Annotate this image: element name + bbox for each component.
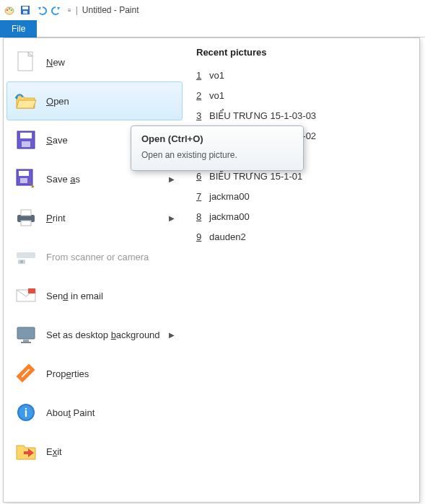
recent-item-label: BIỂU TRƯNG 15-1-01 [209,171,302,182]
qat-dropdown-icon[interactable]: ≡ [68,7,71,14]
file-tab[interactable]: File [0,20,37,37]
menu-label: Exit [46,446,175,457]
menu-from-scanner: From scanner or camera [6,237,183,276]
svg-rect-15 [21,210,31,216]
file-menu: New Open Save Save as ▶ Print [3,37,420,503]
recent-item-label: vo1 [209,90,224,101]
title-bar: ≡ | Untitled - Paint [0,0,425,20]
recent-item-label: BIỂU TRƯNG 15-1-03-03 [209,110,316,121]
svg-rect-5 [22,6,28,9]
app-icon [3,4,16,17]
recent-header: Recent pictures [192,44,413,65]
recent-pictures-panel: Recent pictures 1vo12vo13BIỂU TRƯNG 15-1… [185,38,419,502]
window-title: Untitled - Paint [82,5,139,15]
svg-point-19 [20,260,23,263]
recent-item[interactable]: 9dauden2 [192,226,413,247]
exit-icon [14,440,38,463]
menu-exit[interactable]: Exit [6,432,183,471]
chevron-right-icon: ▶ [169,331,175,339]
properties-icon [14,362,38,385]
recent-item[interactable]: 2vo1 [192,85,413,105]
menu-label: Print [46,213,165,224]
svg-rect-10 [22,141,30,147]
title-separator: | [76,5,78,15]
email-icon [14,284,38,307]
recent-item-number: 9 [196,231,209,242]
quick-access-toolbar: ≡ [3,4,71,17]
svg-rect-22 [17,327,35,339]
recent-item-label: dauden2 [209,231,246,242]
redo-icon[interactable] [51,4,63,17]
svg-rect-21 [28,288,35,293]
file-menu-left: New Open Save Save as ▶ Print [4,38,185,502]
recent-item-number: 1 [196,70,209,81]
svg-rect-17 [17,252,35,258]
menu-print[interactable]: Print ▶ [6,198,183,237]
scanner-icon [14,245,38,268]
menu-label: Set as desktop background [46,330,165,340]
recent-item[interactable]: 3BIỂU TRƯNG 15-1-03-03 [192,105,413,125]
recent-item[interactable]: 8jackma00 [192,206,413,226]
tooltip-open: Open (Ctrl+O) Open an existing picture. [131,125,304,171]
svg-rect-9 [20,133,32,138]
svg-point-1 [6,9,8,11]
svg-rect-6 [23,11,27,14]
menu-label: Send in email [46,291,175,301]
open-icon [14,89,38,112]
menu-label: Save as [46,174,165,185]
recent-item-number: 7 [196,191,209,202]
menu-open[interactable]: Open [6,81,183,120]
menu-desktop-background[interactable]: Set as desktop background ▶ [6,315,183,354]
print-icon [14,206,38,229]
svg-point-3 [11,9,12,11]
svg-rect-23 [23,340,29,342]
recent-item-number: 8 [196,211,209,222]
undo-icon[interactable] [35,4,48,17]
svg-point-2 [9,8,10,9]
svg-rect-12 [19,171,29,176]
menu-properties[interactable]: Properties [6,354,183,393]
menu-label: About Paint [46,407,175,418]
save-icon[interactable] [19,4,32,17]
recent-item-number: 3 [196,110,209,121]
menu-new[interactable]: New [6,43,183,81]
ribbon-tabs: File [0,20,425,37]
menu-label: Properties [46,368,175,379]
svg-rect-24 [21,342,31,343]
tooltip-title: Open (Ctrl+O) [141,133,293,144]
chevron-right-icon: ▶ [169,214,175,222]
save-as-icon [14,167,38,190]
svg-text:i: i [25,407,27,419]
recent-item-label: jackma00 [209,191,250,202]
chevron-right-icon: ▶ [169,175,175,183]
desktop-icon [14,323,38,346]
about-icon: i [14,401,38,424]
menu-send-email[interactable]: Send in email [6,276,183,315]
tooltip-body: Open an existing picture. [141,150,293,160]
menu-about[interactable]: i About Paint [6,393,183,432]
svg-rect-16 [21,221,31,226]
recent-item-label: jackma00 [209,211,250,222]
recent-item-label: vo1 [209,70,224,81]
recent-item-number: 2 [196,90,209,101]
recent-item[interactable]: 7jackma00 [192,186,413,206]
menu-label: From scanner or camera [46,252,175,262]
recent-item-number: 6 [196,171,209,182]
new-icon [14,50,38,74]
svg-rect-13 [20,178,27,183]
recent-item[interactable]: 1vo1 [192,65,413,85]
menu-label: New [46,57,175,68]
menu-label: Open [46,96,175,107]
save-icon [14,128,38,151]
